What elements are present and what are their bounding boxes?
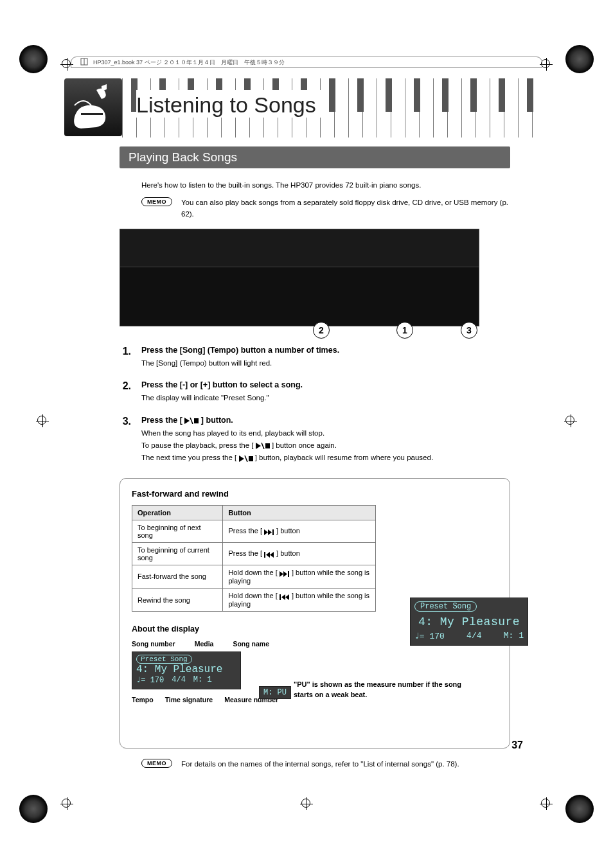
- step-list: 1. Press the [Song] (Tempo) button a num…: [120, 346, 510, 464]
- lcd-timesig: 4/4: [172, 675, 186, 685]
- table-cell: Rewind the song: [132, 589, 223, 612]
- section-heading: Playing Back Songs: [120, 146, 510, 168]
- callout-3: 3: [461, 322, 477, 339]
- print-header-text: HP307_e1.book 37 ページ ２０１０年１月４日 月曜日 午後５時３…: [93, 58, 285, 67]
- crop-mark-icon: [540, 797, 553, 810]
- intro-paragraph: Here's how to listen to the built-in son…: [141, 180, 510, 191]
- label-media: Media: [195, 640, 214, 648]
- table-cell: To beginning of next song: [132, 520, 223, 542]
- book-icon: [80, 58, 88, 67]
- panel-figure: 2 1 3: [120, 229, 510, 326]
- crop-mark-icon: [564, 414, 577, 427]
- table-row: To beginning of current song Press the […: [132, 542, 376, 565]
- svg-marker-12: [264, 529, 268, 535]
- svg-line-4: [190, 418, 193, 424]
- about-display-diagram: Song number Media Song name Preset Song …: [132, 640, 498, 736]
- svg-marker-6: [256, 443, 261, 449]
- table-header: Operation: [132, 505, 223, 520]
- play-stop-icon: [184, 416, 199, 425]
- panel-closeup-image: 2 1 3: [120, 267, 479, 326]
- svg-marker-9: [239, 456, 244, 462]
- prev-track-icon: [280, 592, 290, 600]
- label-tempo: Tempo: [132, 696, 154, 704]
- next-track-icon: [280, 569, 290, 577]
- prev-track-icon: [264, 550, 274, 558]
- lcd-tab: Preset Song: [136, 655, 192, 664]
- step-number: 1.: [120, 346, 131, 369]
- table-cell: To beginning of current song: [132, 542, 223, 565]
- print-registration-mark: [19, 45, 48, 73]
- lcd-main-line: 4: My Pleasure: [136, 664, 236, 675]
- step-1: 1. Press the [Song] (Tempo) button a num…: [120, 346, 510, 369]
- callout-1: 1: [396, 322, 413, 339]
- step-text: To pause the playback, press the [ ] but…: [141, 439, 510, 452]
- memo-block: MEMO You can also play back songs from a…: [141, 197, 510, 220]
- table-cell: Press the [ ] button: [223, 520, 376, 542]
- svg-line-10: [245, 456, 247, 462]
- svg-rect-8: [265, 443, 270, 448]
- svg-marker-3: [184, 418, 190, 424]
- step-3: 3. Press the [ ] button. When the song h…: [120, 416, 510, 464]
- table-cell: Hold down the [ ] button while the song …: [223, 589, 376, 612]
- play-stop-icon: [239, 452, 253, 464]
- label-song-number: Song number: [132, 640, 175, 648]
- table-cell: Press the [ ] button: [223, 542, 376, 565]
- lcd-tempo: ♩= 170: [136, 675, 164, 685]
- svg-rect-2: [81, 113, 103, 115]
- table-row: Fast-forward the song Hold down the [ ] …: [132, 565, 376, 588]
- step-title: Press the [-] or [+] button to select a …: [141, 380, 510, 389]
- panel-overview-image: [120, 229, 479, 267]
- crop-mark-icon: [60, 797, 73, 810]
- table-row: To beginning of next song Press the [ ] …: [132, 520, 376, 542]
- lcd-measure: M: 1: [504, 631, 524, 641]
- svg-rect-21: [280, 594, 281, 600]
- lcd-tab: Preset Song: [414, 601, 477, 612]
- step-text: When the song has played to its end, pla…: [141, 427, 510, 439]
- table-header: Button: [223, 505, 376, 520]
- print-registration-mark: [565, 45, 594, 73]
- lcd-main-line: 4: My Pleasure: [414, 616, 524, 628]
- side-display-figure: Preset Song 4: My Pleasure ♩= 170 4/4 M:…: [410, 598, 528, 646]
- svg-line-7: [262, 443, 264, 449]
- memo-badge: MEMO: [141, 759, 172, 768]
- chapter-title: Listening to Songs: [136, 90, 325, 118]
- svg-marker-17: [270, 552, 274, 558]
- print-header-strip: HP307_e1.book 37 ページ ２０１０年１月４日 月曜日 午後５時３…: [71, 57, 542, 68]
- table-cell: Fast-forward the song: [132, 565, 223, 588]
- svg-marker-19: [283, 571, 287, 577]
- memo-text: You can also play back songs from a sepa…: [181, 197, 510, 220]
- memo-text: For details on the names of the internal…: [181, 759, 459, 770]
- chapter-icon: [64, 78, 122, 136]
- lcd-measure: M: 1: [193, 675, 212, 685]
- step-number: 3.: [120, 416, 131, 464]
- label-song-name: Song name: [233, 640, 269, 648]
- pu-badge: M: PU: [259, 686, 291, 699]
- chapter-title-bar: Listening to Songs: [122, 78, 542, 137]
- lcd-screen: Preset Song 4: My Pleasure ♩= 170 4/4 M:…: [410, 598, 528, 646]
- svg-marker-16: [266, 552, 270, 558]
- page-number: 37: [511, 740, 523, 751]
- print-registration-mark: [19, 795, 48, 823]
- step-text: The [Song] (Tempo) button will light red…: [141, 357, 510, 369]
- crop-mark-icon: [36, 414, 49, 427]
- box-title: Fast-forward and rewind: [132, 489, 498, 499]
- svg-rect-15: [264, 552, 265, 558]
- svg-rect-14: [272, 529, 274, 535]
- print-registration-mark: [565, 795, 594, 823]
- callout-2: 2: [313, 322, 330, 339]
- memo-block: MEMO For details on the names of the int…: [141, 759, 510, 770]
- step-text: The next time you press the [ ] button, …: [141, 452, 510, 464]
- svg-marker-13: [268, 529, 272, 535]
- svg-rect-11: [249, 456, 253, 461]
- step-title: Press the [Song] (Tempo) button a number…: [141, 346, 510, 355]
- lcd-screen: Preset Song 4: My Pleasure ♩= 170 4/4 M:…: [132, 651, 241, 689]
- next-track-icon: [264, 527, 274, 535]
- operations-table: Operation Button To beginning of next so…: [132, 505, 376, 612]
- svg-marker-22: [281, 594, 285, 600]
- pu-note: "PU" is shown as the measure number if t…: [294, 680, 474, 700]
- table-row: Rewind the song Hold down the [ ] button…: [132, 589, 376, 612]
- step-number: 2.: [120, 380, 131, 403]
- svg-marker-23: [285, 594, 289, 600]
- play-stop-icon: [256, 439, 270, 451]
- crop-mark-icon: [300, 797, 313, 810]
